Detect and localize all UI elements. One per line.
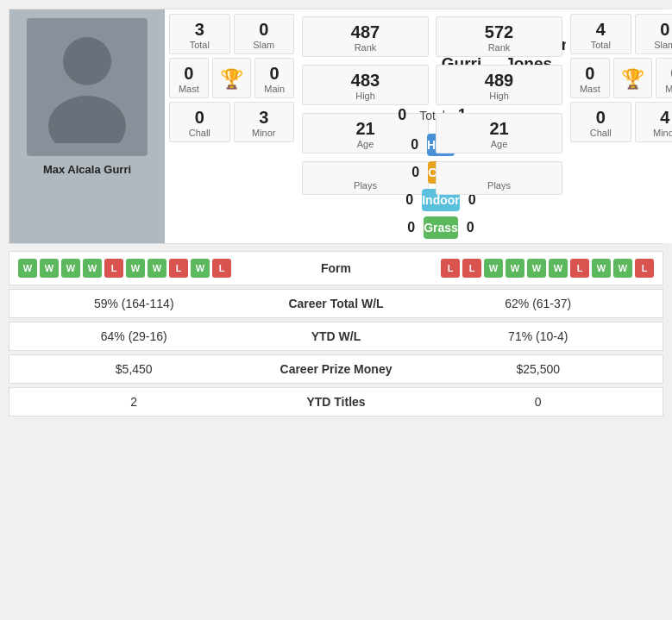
stats-row-1: 64% (29-16) YTD W/L 71% (10-4) [9, 322, 663, 351]
form-badge-left: W [148, 259, 166, 278]
form-badge-left: W [191, 259, 210, 278]
stats-row-0: 59% (164-114) Career Total W/L 62% (61-3… [9, 289, 663, 318]
left-chall-label: Chall [172, 128, 228, 138]
left-total-value: 3 [172, 20, 228, 40]
stat-label-0: Career Total W/L [250, 297, 423, 310]
right-high-value: 489 [438, 71, 560, 91]
right-total-slam-row: 4 Total 0 Slam [570, 14, 672, 54]
right-form-badges: LLWWWWLWWL [441, 259, 654, 278]
left-mast-box: 0 Mast [169, 58, 209, 98]
right-sub-stats: 572 Rank 489 High 21 Age Plays [432, 9, 566, 243]
left-total-label: Total [172, 40, 228, 50]
form-badge-right: L [462, 259, 481, 278]
form-badge-left: L [169, 259, 188, 278]
stat-left-0: 59% (164-114) [18, 297, 250, 310]
left-avatar [27, 18, 148, 156]
left-age-value: 21 [305, 119, 426, 139]
form-badge-right: W [613, 259, 632, 278]
right-age-label: Age [438, 139, 560, 149]
right-mast-box: 0 Mast [570, 58, 610, 98]
left-player-name-under: Max Alcala Gurri [43, 163, 131, 176]
stat-left-3: 2 [18, 395, 250, 409]
left-main-box: 0 Main [254, 58, 294, 98]
left-rank-value: 487 [305, 22, 426, 42]
right-main-value: 0 [658, 64, 672, 84]
left-plays-label: Plays [305, 180, 426, 191]
form-badge-left: W [126, 259, 145, 278]
right-main-box: 0 Main [656, 58, 672, 98]
left-minor-value: 3 [236, 108, 292, 128]
stat-right-0: 62% (61-37) [423, 297, 655, 310]
left-high-label: High [305, 91, 426, 101]
form-badge-right: L [570, 259, 589, 278]
left-mast-label: Mast [172, 84, 206, 94]
stats-row-2: $5,450 Career Prize Money $25,500 [9, 354, 663, 384]
right-chall-label: Chall [573, 128, 629, 138]
left-slam-box: 0 Slam [234, 14, 295, 54]
stat-label-3: YTD Titles [250, 395, 423, 409]
left-high-value: 483 [305, 71, 426, 91]
right-minor-label: Minor [637, 128, 673, 138]
svg-point-0 [63, 37, 111, 85]
right-plays-value [438, 167, 560, 180]
right-slam-box: 0 Slam [635, 14, 673, 54]
left-sub-stats: 487 Rank 483 High 21 Age Plays [298, 9, 432, 243]
form-badge-left: W [83, 259, 102, 278]
left-rank-card: 487 Rank [302, 16, 429, 57]
right-chall-box: 0 Chall [570, 102, 631, 142]
right-minor-value: 4 [637, 108, 673, 128]
svg-point-1 [48, 96, 126, 143]
form-badge-right: W [549, 259, 568, 278]
form-badge-left: W [18, 259, 37, 278]
form-section: WWWWLWWLWL Form LLWWWWLWWL [9, 251, 663, 285]
right-chall-minor-row: 0 Chall 4 Minor [570, 102, 672, 142]
right-rank-value: 572 [438, 22, 560, 42]
left-trophy-box: 🏆 [212, 58, 252, 98]
stats-rows-container: 59% (164-114) Career Total W/L 62% (61-3… [9, 289, 663, 416]
right-age-card: 21 Age [436, 113, 562, 153]
right-age-value: 21 [438, 119, 560, 139]
clay-score-left: 0 [411, 165, 419, 180]
right-mast-value: 0 [573, 64, 607, 84]
left-chall-value: 0 [172, 108, 228, 128]
right-chall-value: 0 [573, 108, 629, 128]
form-badge-right: W [484, 259, 503, 278]
left-mast-value: 0 [172, 64, 206, 84]
left-rank-label: Rank [305, 42, 426, 53]
main-container: Max Alcala Gurri 3 Total 0 Slam 0 Mast [0, 0, 672, 429]
form-badge-right: W [527, 259, 546, 278]
form-badge-right: W [506, 259, 524, 278]
right-mast-main-row: 0 Mast 🏆 0 Main [570, 58, 672, 98]
right-rank-label: Rank [438, 42, 560, 53]
stat-right-1: 71% (10-4) [423, 329, 655, 343]
right-slam-label: Slam [637, 40, 673, 50]
left-high-card: 483 High [302, 65, 429, 105]
right-mast-label: Mast [573, 84, 607, 94]
right-trophy-icon: 🏆 [621, 68, 644, 91]
left-chall-box: 0 Chall [169, 102, 230, 142]
form-label: Form [231, 261, 441, 275]
stat-label-2: Career Prize Money [250, 362, 423, 376]
stat-right-3: 0 [423, 395, 655, 409]
right-high-label: High [438, 91, 560, 101]
form-badge-left: L [212, 259, 231, 278]
left-total-slam-row: 3 Total 0 Slam [169, 14, 294, 54]
right-trophy-box: 🏆 [613, 58, 653, 98]
left-minor-box: 3 Minor [234, 102, 295, 142]
left-age-card: 21 Age [302, 113, 429, 153]
left-form-badges: WWWWLWWLWL [18, 259, 231, 278]
left-plays-value [305, 167, 426, 180]
right-rank-card: 572 Rank [436, 16, 562, 57]
left-player-photo: Max Alcala Gurri [9, 9, 165, 243]
grass-score-left: 0 [407, 220, 415, 235]
total-score-left: 0 [398, 106, 406, 124]
left-main-label: Main [257, 84, 292, 94]
left-main-value: 0 [257, 64, 292, 84]
form-badge-right: W [592, 259, 611, 278]
right-high-card: 489 High [436, 65, 562, 105]
indoor-score-left: 0 [405, 192, 413, 208]
right-stats-card: 4 Total 0 Slam 0 Mast 🏆 0 Main [566, 9, 672, 243]
right-minor-box: 4 Minor [635, 102, 673, 142]
right-total-value: 4 [573, 20, 629, 40]
form-badge-right: L [441, 259, 460, 278]
